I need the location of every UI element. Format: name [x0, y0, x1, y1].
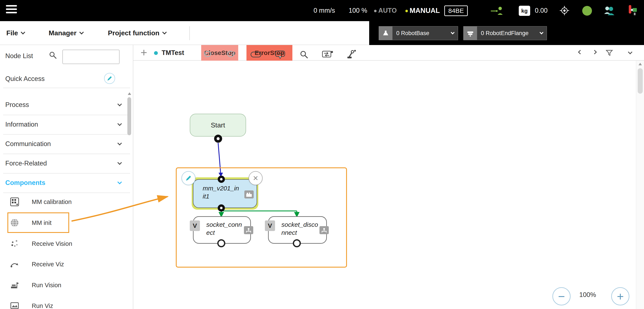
mm-init-output-port[interactable] [218, 204, 225, 212]
robot-flange-icon [464, 26, 477, 40]
receive-viz-icon [10, 259, 20, 270]
sidebar-scrollbar-thumb[interactable] [127, 97, 131, 135]
flow-node-mm-init[interactable]: mm_v201_init1 [193, 179, 257, 208]
node-shape-icon[interactable] [249, 48, 263, 61]
chevron-down-icon [162, 30, 166, 34]
robot-end-flange-select[interactable]: 0 RobotEndFlange [463, 26, 547, 40]
menu-bar: File Manager Project function 0 RobotBas… [0, 21, 644, 45]
divider [3, 88, 130, 88]
component-badge-icon [320, 226, 329, 234]
robot-base-select[interactable]: 0 RobotBase [379, 26, 458, 40]
menu-file[interactable]: File [6, 21, 24, 45]
node-edit-button[interactable] [182, 171, 196, 185]
socket-connect-node-label: socket_connect [206, 221, 243, 237]
filter-icon[interactable] [604, 45, 615, 61]
variable-badge: V [190, 220, 200, 231]
quick-access-edit-button[interactable] [104, 73, 115, 84]
tab-scroll-left-icon[interactable] [574, 45, 586, 61]
menubar-dark-panel: 0 RobotBase 0 RobotEndFlange [369, 21, 644, 45]
canvas-scrollbar [636, 61, 644, 309]
calibration-target-icon[interactable] [558, 5, 570, 17]
run-viz-icon [10, 301, 20, 309]
sidebar-section-communication[interactable]: Communication [0, 134, 133, 154]
start-node-label: Start [211, 121, 225, 129]
comment-icon[interactable] [273, 48, 287, 61]
socket-disconnect-node-label: socket_disconnect [282, 221, 318, 237]
project-speed-percent: 100 % [349, 0, 367, 21]
sidebar-item-run-viz[interactable]: Run Viz [0, 296, 133, 309]
transfer-icon[interactable] [321, 48, 334, 61]
mm-init-node-label: mm_v201_init1 [203, 184, 240, 200]
robot-status-light [582, 6, 592, 16]
chevron-down-icon [118, 160, 122, 165]
mm-init-input-port[interactable] [218, 176, 225, 183]
sidebar-title: Node List [5, 52, 33, 60]
mode-manual-label: MANUAL [405, 0, 440, 21]
chevron-down-icon [118, 121, 122, 126]
mode-auto-label: AUTO [374, 0, 397, 21]
node-delete-button[interactable]: × [248, 171, 262, 185]
zoom-level-label: 100% [579, 291, 596, 299]
add-tab-button[interactable]: + [138, 45, 150, 61]
chevron-down-icon [118, 102, 122, 106]
robot-base-icon [379, 26, 392, 40]
quick-access-label: Quick Access [5, 75, 45, 83]
hamburger-menu-icon[interactable] [6, 5, 18, 16]
speed-value: 0 mm/s [314, 0, 335, 21]
menu-manager[interactable]: Manager [49, 21, 83, 45]
node-list-sidebar: Node List Quick Access Process Informati… [0, 45, 133, 309]
search-icon [48, 50, 58, 61]
active-tab-indicator-dot [154, 51, 158, 55]
operator-connection-icon [490, 6, 504, 16]
sidebar-scroll-up-arrow[interactable] [128, 92, 131, 95]
sidebar-section-process[interactable]: Process [0, 95, 133, 115]
node-search-input[interactable] [62, 50, 120, 64]
start-node-output-port[interactable] [214, 135, 222, 143]
payload-kg-icon: kg [519, 6, 530, 16]
collapse-panel-icon[interactable] [624, 45, 636, 61]
payload-value: 0.00 [535, 0, 548, 21]
pencil-icon [185, 175, 192, 182]
sidebar-section-force-related[interactable]: Force-Related [0, 154, 133, 173]
component-badge-icon [244, 226, 253, 234]
sidebar-item-mm-calibration[interactable]: MM calibration [0, 192, 133, 212]
search-icon[interactable] [297, 48, 311, 61]
sidebar-item-receive-viz[interactable]: Receive Viz [0, 254, 133, 274]
tab-tmtest[interactable]: TMTest [162, 45, 184, 61]
undo-icon[interactable] [200, 48, 214, 61]
manual-mode-dot [405, 10, 408, 12]
run-vision-icon [10, 280, 20, 291]
zoom-in-button[interactable]: + [611, 287, 630, 306]
chevron-down-icon [79, 30, 84, 34]
pencil-icon [107, 75, 112, 81]
variable-badge: V [265, 220, 275, 231]
robot-id-badge: 84BE [444, 5, 468, 16]
flow-node-start[interactable]: Start [190, 114, 246, 137]
menubar-divider [189, 26, 190, 40]
chevron-down-icon [118, 180, 122, 184]
sidebar-item-run-vision[interactable]: Run Vision [0, 275, 133, 295]
sidebar-item-mm-init[interactable]: MM init [0, 213, 133, 233]
globe-icon [10, 218, 20, 228]
socket-disconnect-output-port[interactable] [293, 239, 301, 247]
component-badge-icon [244, 190, 254, 198]
sidebar-item-receive-vision[interactable]: Receive Vision [0, 234, 133, 254]
socket-connect-output-port[interactable] [217, 239, 225, 247]
robot-arm-icon[interactable] [344, 48, 358, 61]
community-icon[interactable] [603, 5, 615, 16]
sidebar-section-components[interactable]: Components [0, 173, 133, 193]
canvas-scrollbar-thumb[interactable] [638, 68, 643, 94]
top-status-bar: 0 mm/s 100 % AUTO MANUAL 84BE kg 0.00 [0, 0, 644, 21]
chevron-down-icon [540, 30, 543, 34]
zoom-out-button[interactable]: − [552, 287, 570, 306]
menu-project-function[interactable]: Project function [108, 21, 166, 45]
receive-vision-icon [10, 239, 20, 249]
sidebar-section-information[interactable]: Information [0, 115, 133, 134]
tab-scroll-right-icon[interactable] [588, 45, 600, 61]
auto-mode-dot [374, 10, 376, 12]
scroll-up-arrow[interactable] [638, 63, 642, 65]
flow-canvas[interactable]: Start mm_v201_init1 × V socket_connect V… [133, 61, 644, 309]
end-effector-icon[interactable] [628, 4, 638, 17]
grid-icon [10, 197, 20, 207]
redo-icon[interactable] [224, 48, 238, 61]
